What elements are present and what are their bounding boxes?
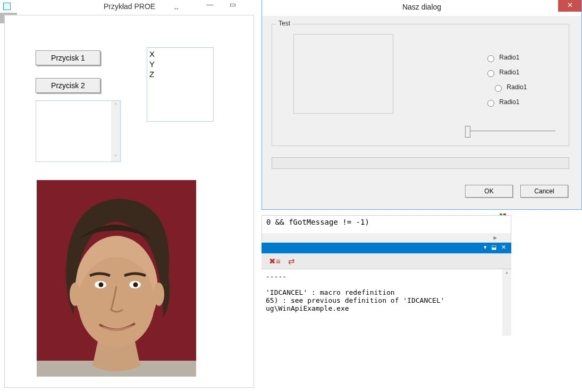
dialog-title: Nasz dialog (402, 3, 441, 11)
code-editor[interactable]: 0 && fGotMessage != -1) ▾ ▶ (262, 215, 511, 243)
photo-image (37, 180, 196, 377)
window-titlebar[interactable]: Przykład PROE ↔ — ▭ (0, 0, 259, 16)
close-button[interactable]: ✕ (558, 0, 581, 12)
slider-thumb[interactable] (465, 126, 470, 138)
ok-button[interactable]: OK (465, 185, 513, 198)
svg-point-6 (99, 283, 104, 287)
list-item[interactable]: Z (149, 69, 211, 79)
cancel-button[interactable]: Cancel (520, 185, 568, 198)
radio-option[interactable]: Radio1 (485, 98, 527, 107)
output-line: ug\WinApiExample.exe (266, 304, 349, 312)
example-window: Przykład PROE ↔ — ▭ Przycisk 1 Przycisk … (0, 0, 259, 392)
list-item[interactable]: Y (149, 59, 211, 69)
minimize-button[interactable]: — (198, 0, 222, 11)
error-list-icon[interactable]: ✖≡ (269, 257, 279, 266)
cancel-label: Cancel (534, 188, 554, 195)
slider[interactable] (465, 125, 555, 138)
output-toolbar: ✖≡ ⇄ (262, 253, 511, 269)
dialog-window: Nasz dialog ✕ Test Radio1 Radio1 Radio1 … (262, 0, 582, 210)
resize-icon: ↔ (173, 2, 180, 15)
svg-point-9 (154, 283, 164, 306)
scroll-down-icon[interactable]: ˅ (111, 152, 120, 161)
slider-track (470, 131, 555, 131)
radio-label: Radio1 (507, 83, 527, 91)
dialog-titlebar[interactable]: Nasz dialog ✕ (262, 0, 581, 16)
radio-input[interactable] (487, 55, 494, 62)
radio-input[interactable] (487, 70, 494, 77)
radio-option[interactable]: Radio1 (492, 83, 527, 92)
panel-header[interactable]: ▾ ⬓ ✕ (262, 243, 511, 253)
progress-bar (272, 157, 569, 169)
scroll-up-icon[interactable]: ˄ (111, 101, 120, 110)
radio-label: Radio1 (499, 54, 519, 61)
radio-input[interactable] (495, 85, 502, 92)
inner-frame (293, 34, 393, 114)
panel-close-icon[interactable]: ✕ (501, 244, 506, 251)
scrollbar-track[interactable]: ˄ ˅ (111, 101, 120, 161)
svg-point-3 (78, 257, 155, 347)
output-panel[interactable]: ----- 'IDCANCEL' : macro redefinition 65… (262, 269, 511, 336)
app-icon (3, 3, 11, 10)
panel-menu-icon[interactable]: ▾ (484, 244, 487, 251)
scroll-up-icon[interactable]: ▴ (502, 269, 511, 278)
text-area[interactable]: ˄ ˅ (36, 100, 121, 162)
groupbox-label: Test (276, 20, 292, 27)
list-box[interactable]: X Y Z (147, 47, 214, 122)
horizontal-scrollbar[interactable]: ▶ (262, 233, 511, 242)
maximize-button[interactable]: ▭ (221, 0, 245, 11)
radio-input[interactable] (487, 100, 494, 107)
window-client-area: Przycisk 1 Przycisk 2 X Y Z ˄ ˅ (4, 15, 254, 388)
output-line: ----- (266, 272, 286, 280)
radio-label: Radio1 (499, 98, 519, 106)
radio-label: Radio1 (499, 69, 519, 76)
output-line: 65) : see previous definition of 'IDCANC… (266, 296, 445, 304)
vertical-scrollbar[interactable]: ▴ (502, 269, 511, 336)
ide-area: 0 && fGotMessage != -1) ▾ ▶ ▾ ⬓ ✕ ✖≡ ⇄ -… (262, 215, 511, 336)
code-line: 0 && fGotMessage != -1) (266, 218, 507, 226)
radio-group: Radio1 Radio1 Radio1 Radio1 (485, 54, 527, 113)
radio-option[interactable]: Radio1 (485, 69, 527, 77)
scroll-right-icon[interactable]: ▶ (493, 234, 497, 241)
button-2[interactable]: Przycisk 2 (36, 78, 100, 93)
list-item[interactable]: X (149, 49, 211, 59)
window-title: Przykład PROE (104, 2, 155, 11)
svg-point-7 (133, 283, 138, 287)
output-line: 'IDCANCEL' : macro redefinition (266, 288, 395, 296)
button-1-label: Przycisk 1 (51, 54, 85, 62)
ok-label: OK (484, 188, 493, 195)
goto-icon[interactable]: ⇄ (288, 257, 298, 266)
pin-icon[interactable]: ⬓ (491, 244, 496, 251)
button-2-label: Przycisk 2 (51, 81, 85, 90)
button-1[interactable]: Przycisk 1 (36, 50, 100, 65)
svg-point-8 (70, 283, 80, 306)
radio-option[interactable]: Radio1 (485, 54, 527, 62)
